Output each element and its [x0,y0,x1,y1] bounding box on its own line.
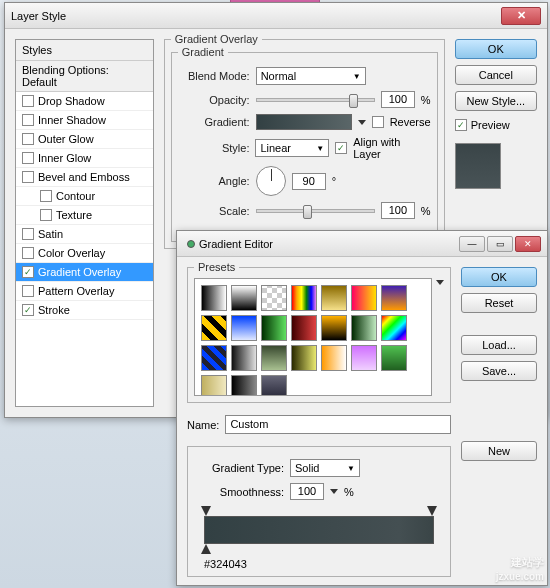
minimize-button[interactable]: — [459,236,485,252]
preview-checkbox[interactable] [455,119,467,131]
style-item-satin[interactable]: Satin [16,225,153,244]
style-item-gradient-overlay[interactable]: Gradient Overlay [16,263,153,282]
titlebar[interactable]: Layer Style ✕ [5,3,547,29]
reverse-checkbox[interactable] [372,116,384,128]
close-button[interactable]: ✕ [515,236,541,252]
preset-swatch[interactable] [351,345,377,371]
gradient-dropdown-icon[interactable] [358,120,366,125]
preset-swatch[interactable] [231,315,257,341]
align-checkbox[interactable] [335,142,347,154]
close-button[interactable]: ✕ [501,7,541,25]
style-select[interactable]: Linear▼ [255,139,329,157]
style-item-bevel-and-emboss[interactable]: Bevel and Emboss [16,168,153,187]
preset-swatch[interactable] [321,285,347,311]
new-style-button[interactable]: New Style... [455,91,537,111]
scale-unit: % [421,205,431,217]
style-checkbox[interactable] [22,152,34,164]
style-checkbox[interactable] [22,114,34,126]
presets-menu-icon[interactable] [436,280,444,285]
scale-slider[interactable] [256,209,375,213]
opacity-value[interactable]: 100 [381,91,415,108]
style-checkbox[interactable] [22,228,34,240]
styles-header[interactable]: Styles [16,40,153,61]
style-item-pattern-overlay[interactable]: Pattern Overlay [16,282,153,301]
style-label: Texture [56,209,92,221]
titlebar[interactable]: Gradient Editor — ▭ ✕ [177,231,547,257]
style-item-stroke[interactable]: Stroke [16,301,153,320]
smoothness-value[interactable]: 100 [290,483,324,500]
save-button[interactable]: Save... [461,361,537,381]
preset-swatch[interactable] [351,285,377,311]
styles-list: Styles Blending Options: Default Drop Sh… [15,39,154,407]
gradient-bar[interactable] [204,516,434,544]
name-input[interactable]: Custom [225,415,451,434]
style-checkbox[interactable] [22,285,34,297]
gradient-type-select[interactable]: Solid▼ [290,459,360,477]
blend-mode-select[interactable]: Normal▼ [256,67,366,85]
preset-swatch[interactable] [381,345,407,371]
preset-swatch[interactable] [201,375,227,396]
style-label: Inner Shadow [38,114,106,126]
ok-button[interactable]: OK [461,267,537,287]
preset-swatch[interactable] [381,285,407,311]
preset-swatch[interactable] [231,375,257,396]
preset-swatch[interactable] [381,315,407,341]
style-item-color-overlay[interactable]: Color Overlay [16,244,153,263]
scale-value[interactable]: 100 [381,202,415,219]
preset-swatch[interactable] [261,315,287,341]
preset-swatch[interactable] [231,345,257,371]
preset-swatch[interactable] [201,345,227,371]
load-button[interactable]: Load... [461,335,537,355]
presets-grid [194,278,432,396]
style-item-drop-shadow[interactable]: Drop Shadow [16,92,153,111]
style-label: Outer Glow [38,133,94,145]
style-checkbox[interactable] [22,266,34,278]
color-stop-left[interactable] [201,544,211,554]
preset-swatch[interactable] [321,315,347,341]
preset-swatch[interactable] [261,345,287,371]
opacity-slider[interactable] [256,98,375,102]
style-checkbox[interactable] [22,247,34,259]
preset-swatch[interactable] [261,375,287,396]
preset-swatch[interactable] [291,315,317,341]
preset-swatch[interactable] [261,285,287,311]
chevron-down-icon: ▼ [353,72,361,81]
app-icon [187,240,195,248]
cancel-button[interactable]: Cancel [455,65,537,85]
preset-swatch[interactable] [351,315,377,341]
style-checkbox[interactable] [22,95,34,107]
preset-swatch[interactable] [291,285,317,311]
opacity-stop-left[interactable] [201,506,211,516]
opacity-unit: % [421,94,431,106]
angle-dial[interactable] [256,166,286,196]
smoothness-dropdown-icon[interactable] [330,489,338,494]
chevron-down-icon: ▼ [316,144,324,153]
angle-value[interactable]: 90 [292,173,326,190]
style-label: Stroke [38,304,70,316]
style-checkbox[interactable] [40,190,52,202]
style-item-inner-shadow[interactable]: Inner Shadow [16,111,153,130]
ok-button[interactable]: OK [455,39,537,59]
maximize-button[interactable]: ▭ [487,236,513,252]
style-label: Drop Shadow [38,95,105,107]
style-checkbox[interactable] [22,171,34,183]
preset-swatch[interactable] [321,345,347,371]
blending-options[interactable]: Blending Options: Default [16,61,153,92]
new-button[interactable]: New [461,441,537,461]
preset-swatch[interactable] [291,345,317,371]
style-checkbox[interactable] [22,133,34,145]
style-item-contour[interactable]: Contour [16,187,153,206]
style-item-inner-glow[interactable]: Inner Glow [16,149,153,168]
style-checkbox[interactable] [22,304,34,316]
style-checkbox[interactable] [40,209,52,221]
preset-swatch[interactable] [201,315,227,341]
reset-button[interactable]: Reset [461,293,537,313]
chevron-down-icon: ▼ [347,464,355,473]
preset-swatch[interactable] [231,285,257,311]
style-item-outer-glow[interactable]: Outer Glow [16,130,153,149]
opacity-stop-right[interactable] [427,506,437,516]
style-item-texture[interactable]: Texture [16,206,153,225]
style-label: Inner Glow [38,152,91,164]
preset-swatch[interactable] [201,285,227,311]
gradient-picker[interactable] [256,114,352,130]
